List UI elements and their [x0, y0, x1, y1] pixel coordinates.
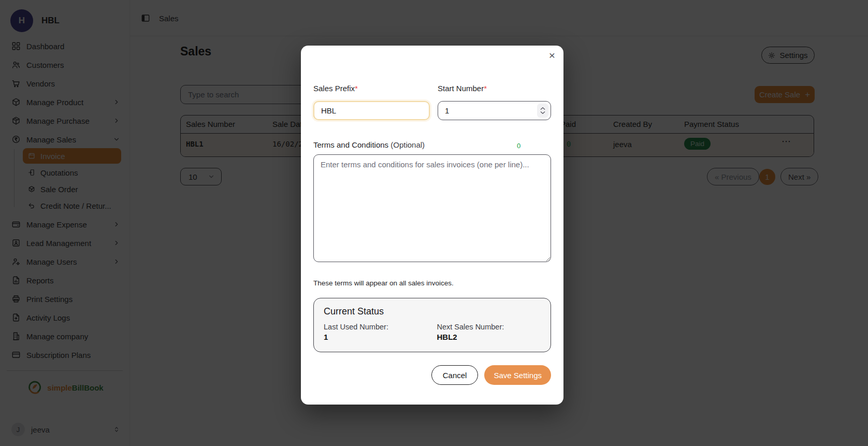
sales-prefix-label: Sales Prefix*: [313, 84, 358, 93]
number-stepper[interactable]: [537, 104, 548, 118]
save-settings-button[interactable]: Save Settings: [484, 365, 551, 385]
chevron-up-icon: [540, 107, 545, 110]
modal-footer: Cancel Save Settings: [313, 365, 551, 385]
sales-prefix-input[interactable]: [313, 101, 430, 120]
terms-label: Terms and Conditions (Optional): [313, 140, 425, 149]
start-number-label: Start Number*: [438, 84, 487, 93]
terms-helper-text: These terms will appear on all sales inv…: [313, 279, 454, 287]
close-icon[interactable]: ×: [549, 50, 555, 61]
start-number-field: [438, 101, 551, 120]
current-status-box: Current Status Last Used Number: Next Sa…: [313, 298, 551, 352]
current-status-title: Current Status: [324, 306, 541, 317]
optional-hint: (Optional): [390, 140, 425, 149]
last-used-number-label: Last Used Number:: [324, 323, 428, 331]
app-screen: H HBL Dashboard Customers Vendors Manage…: [0, 0, 868, 446]
next-sales-number-label: Next Sales Number:: [437, 323, 541, 331]
terms-counter: 0: [517, 142, 520, 150]
next-sales-number-value: HBL2: [437, 333, 541, 341]
required-asterisk: *: [355, 84, 358, 93]
sales-settings-modal: × Sales Settings Sales Prefix* Start Num…: [301, 46, 563, 405]
start-number-input[interactable]: [438, 101, 551, 120]
chevron-down-icon: [540, 111, 545, 114]
terms-textarea[interactable]: [313, 154, 551, 262]
last-used-number-value: 1: [324, 333, 428, 341]
cancel-button[interactable]: Cancel: [431, 365, 479, 385]
required-asterisk: *: [484, 84, 487, 93]
